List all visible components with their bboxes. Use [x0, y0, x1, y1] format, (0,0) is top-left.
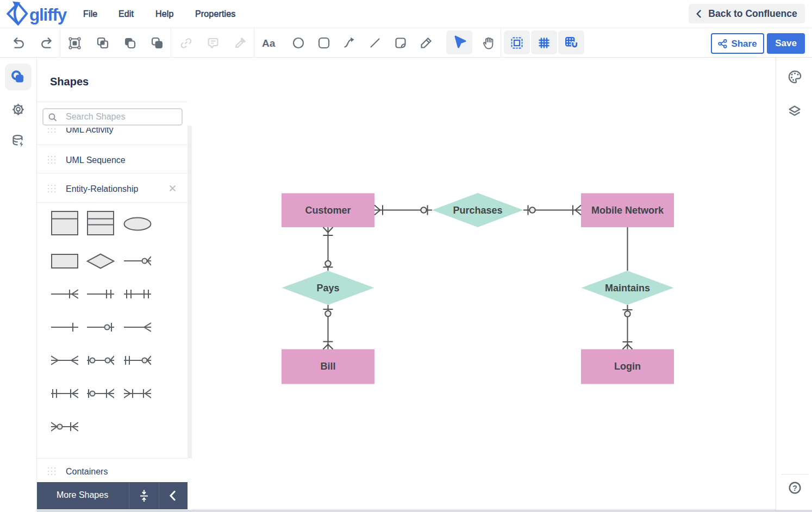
svg-text:Aa: Aa	[262, 38, 276, 49]
svg-text:gliffy: gliffy	[29, 5, 67, 24]
svg-text:Login: Login	[614, 361, 641, 372]
svg-text:Bill: Bill	[320, 361, 335, 372]
svg-text:Customer: Customer	[305, 205, 351, 216]
svg-text:Pays: Pays	[316, 283, 339, 294]
svg-text:Purchases: Purchases	[453, 205, 502, 216]
svg-text:Maintains: Maintains	[605, 283, 650, 294]
svg-text:?: ?	[792, 484, 797, 492]
svg-text:Mobile Network: Mobile Network	[591, 205, 664, 216]
